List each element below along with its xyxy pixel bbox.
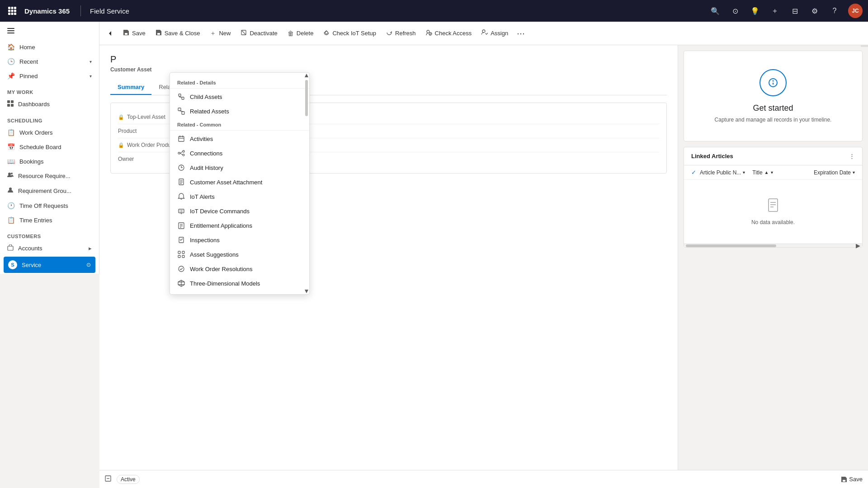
sidebar-item-service[interactable]: S Service ⊙ xyxy=(4,257,95,273)
sidebar-item-bookings[interactable]: 📖 Bookings xyxy=(0,154,99,169)
svg-rect-31 xyxy=(182,112,184,114)
sidebar-item-resource-req[interactable]: Resource Require... xyxy=(0,169,99,183)
timeentries-icon: 📋 xyxy=(7,216,15,224)
dropdown-item-connections[interactable]: Connections xyxy=(170,146,309,160)
assign-button[interactable]: Assign xyxy=(477,27,513,40)
sidebar-recent-label: Recent xyxy=(19,58,38,65)
svg-rect-2 xyxy=(14,7,16,9)
dropdown-item-work-order-resolutions[interactable]: Work Order Resolutions xyxy=(170,262,309,276)
status-badge: Active xyxy=(117,475,140,484)
svg-rect-8 xyxy=(14,13,16,15)
check-access-button[interactable]: Check Access xyxy=(421,27,476,40)
sidebar-item-recent[interactable]: 🕒 Recent ▾ xyxy=(0,54,99,69)
svg-rect-29 xyxy=(182,97,184,99)
child-assets-label: Child Assets xyxy=(190,94,222,100)
col-check[interactable]: ✓ xyxy=(691,169,696,176)
new-button[interactable]: ＋ New xyxy=(205,27,235,40)
iot-alerts-label: IoT Alerts xyxy=(190,193,215,200)
svg-rect-28 xyxy=(179,94,181,96)
search-icon[interactable]: 🔍 xyxy=(709,5,722,17)
refresh-icon xyxy=(386,29,392,37)
dropdown-item-child-assets[interactable]: Child Assets xyxy=(170,89,309,104)
save-close-button[interactable]: Save & Close xyxy=(151,27,205,40)
dropdown-scrollbar[interactable] xyxy=(305,73,308,294)
dropdown-item-3d-models[interactable]: Three-Dimensional Models xyxy=(170,276,309,291)
scroll-right-icon[interactable]: ▶ xyxy=(856,242,860,249)
sidebar-pinned-label: Pinned xyxy=(19,73,38,80)
connections-icon xyxy=(177,149,185,157)
refresh-button[interactable]: Refresh xyxy=(382,27,420,40)
sidebar-item-accounts[interactable]: Accounts ▸ xyxy=(0,241,99,256)
linked-scrollbar[interactable]: ▶ xyxy=(684,244,862,247)
sidebar-item-dashboards[interactable]: Dashboards xyxy=(0,97,99,112)
back-button[interactable] xyxy=(103,26,118,41)
status-expand-button[interactable] xyxy=(105,475,111,483)
gear-icon[interactable]: ⚙ xyxy=(808,5,821,17)
timeline-title: Get started xyxy=(693,103,853,113)
dropdown-item-inspections[interactable]: Inspections xyxy=(170,233,309,247)
col-article-public[interactable]: Article Public N... ▾ xyxy=(700,169,745,176)
dropdown-item-asset-suggestions[interactable]: Asset Suggestions xyxy=(170,247,309,262)
sort-arrow-icon: ▾ xyxy=(743,170,745,175)
chevron-down-icon: ▾ xyxy=(90,74,92,79)
top-nav: Dynamics 365 Field Service 🔍 ⊙ 💡 ＋ ⊟ ⚙ ?… xyxy=(0,0,868,22)
home-icon: 🏠 xyxy=(7,43,15,51)
dropdown-item-iot-device-commands[interactable]: IoT Device Commands xyxy=(170,204,309,218)
plus-icon[interactable]: ＋ xyxy=(769,5,781,17)
svg-rect-10 xyxy=(7,30,14,31)
dropdown-item-audit-history[interactable]: Audit History xyxy=(170,160,309,175)
sidebar-collapse-button[interactable] xyxy=(0,22,99,40)
audit-icon xyxy=(177,164,185,172)
help-icon[interactable]: ? xyxy=(828,5,841,17)
status-save-button[interactable]: Save xyxy=(841,476,863,483)
tab-summary[interactable]: Summary xyxy=(110,80,151,95)
svg-marker-26 xyxy=(305,74,308,77)
svg-rect-19 xyxy=(8,246,13,250)
svg-rect-12 xyxy=(7,100,10,103)
dropdown-item-iot-alerts[interactable]: IoT Alerts xyxy=(170,189,309,204)
sidebar-item-timeentries[interactable]: 📋 Time Entries xyxy=(0,213,99,227)
lock-icon: 🔒 xyxy=(118,114,124,120)
dropdown-item-activities[interactable]: Activities xyxy=(170,131,309,146)
svg-rect-14 xyxy=(7,104,10,107)
more-actions-button[interactable]: ⋯ xyxy=(514,26,528,41)
deactivate-button[interactable]: Deactivate xyxy=(236,27,282,40)
dropdown-item-asset-attachment[interactable]: Customer Asset Attachment xyxy=(170,175,309,189)
sidebar-schedule-label: Schedule Board xyxy=(19,144,61,150)
col-title[interactable]: Title ▲ ▾ xyxy=(752,169,773,176)
linked-more-button[interactable]: ⋮ xyxy=(849,153,855,160)
svg-rect-72 xyxy=(769,199,778,211)
dropdown-item-entitlement[interactable]: Entitlement Applications xyxy=(170,218,309,233)
col-expiration[interactable]: Expiration Date ▾ xyxy=(814,169,855,176)
new-icon: ＋ xyxy=(210,29,216,38)
svg-rect-9 xyxy=(7,28,14,29)
settings-circle-icon[interactable]: ⊙ xyxy=(729,5,741,17)
sidebar-item-req-group[interactable]: Requirement Grou... xyxy=(0,183,99,198)
service-settings-icon[interactable]: ⊙ xyxy=(86,262,91,268)
save-button[interactable]: Save xyxy=(118,27,150,40)
sidebar-item-scheduleboard[interactable]: 📅 Schedule Board xyxy=(0,140,99,154)
scroll-track xyxy=(686,244,776,247)
delete-icon: 🗑 xyxy=(288,30,294,37)
sort-down-icon: ▾ xyxy=(771,170,773,175)
svg-rect-3 xyxy=(8,10,10,12)
sidebar-item-pinned[interactable]: 📌 Pinned ▾ xyxy=(0,69,99,83)
sidebar-item-home[interactable]: 🏠 Home xyxy=(0,40,99,54)
filter-icon[interactable]: ⊟ xyxy=(788,5,801,17)
waffle-icon[interactable] xyxy=(5,4,19,18)
activities-icon xyxy=(177,135,185,143)
dropdown-item-related-assets[interactable]: Related Assets xyxy=(170,104,309,118)
iot-alerts-icon xyxy=(177,192,185,201)
dropdown-section-details: Related - Details xyxy=(170,76,309,89)
sidebar-item-timeoff[interactable]: 🕐 Time Off Requests xyxy=(0,198,99,213)
expiry-sort-icon: ▾ xyxy=(853,170,855,175)
resource-req-icon xyxy=(7,172,14,180)
lightbulb-icon[interactable]: 💡 xyxy=(749,5,761,17)
related-dropdown: Related - Details Child Assets Related A… xyxy=(170,72,310,295)
right-scrollbar[interactable] xyxy=(861,45,868,47)
check-iot-button[interactable]: Check IoT Setup xyxy=(319,27,381,40)
user-avatar[interactable]: JC xyxy=(848,4,863,18)
linked-header: Linked Articles ⋮ xyxy=(684,147,862,165)
delete-button[interactable]: 🗑 Delete xyxy=(283,27,318,40)
sidebar-item-workorders[interactable]: 📋 Work Orders xyxy=(0,125,99,140)
